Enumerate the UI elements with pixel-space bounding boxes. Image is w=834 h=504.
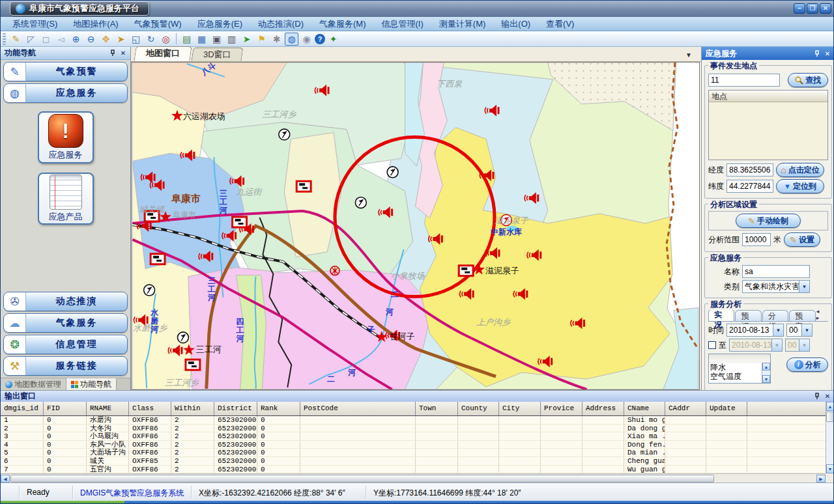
select-pointer-icon[interactable]: ◅ <box>54 33 68 46</box>
click-locate-button[interactable]: ⌂ 点击定位 <box>776 163 824 177</box>
measure-ruler-icon[interactable]: ✎ <box>9 33 23 46</box>
eye-icon[interactable]: ◉ <box>300 33 313 46</box>
flag-marker-icon[interactable] <box>233 217 247 227</box>
weather-station-icon[interactable] <box>387 167 398 178</box>
menu-item[interactable]: 气象预警(W) <box>126 17 190 31</box>
table-row[interactable]: 60城关OXFF8526523020000Cheng guan <box>1 457 826 466</box>
column-header[interactable]: City <box>499 402 541 415</box>
menu-item[interactable]: 信息管理(I) <box>374 17 431 31</box>
tab-map-data-management[interactable]: 地图数据管理 <box>1 378 66 390</box>
vertical-scrollbar[interactable]: ▲ ▼ <box>826 402 834 473</box>
column-header[interactable]: Within <box>171 402 214 415</box>
horizontal-scrollbar[interactable]: ◀ ▶ <box>1 473 826 483</box>
globe-service-icon[interactable]: ◍ <box>285 33 298 46</box>
analysis-tab-1[interactable]: 实况 <box>708 309 734 321</box>
nav-service-link[interactable]: ⚒服务链接 <box>3 356 128 376</box>
refresh-window-icon[interactable]: ↻ <box>144 33 158 46</box>
analysis-tab-4[interactable]: 预案 <box>789 310 815 321</box>
column-header[interactable]: Update <box>706 402 747 415</box>
zoom-in-icon[interactable]: ⊕ <box>69 33 83 46</box>
table-row[interactable]: 40东风一小队OXFF8626523020000Dong fen... <box>1 441 826 449</box>
column-header[interactable]: Town <box>416 402 458 415</box>
combo-dropdown-icon[interactable] <box>799 281 809 292</box>
list-item[interactable]: 空气温度 <box>709 372 770 381</box>
select-remove-icon[interactable]: ◻ <box>39 33 53 46</box>
print-preview-icon[interactable]: ▥ <box>225 33 238 46</box>
tab-map-window[interactable]: 地图窗口 <box>134 46 192 61</box>
column-header[interactable]: CName <box>624 402 665 415</box>
pin-icon[interactable] <box>812 392 822 400</box>
table-row[interactable]: 10水磨沟OXFF8626523020000Shui mo gou <box>1 416 826 425</box>
analysis-tab-2[interactable]: 预报 <box>735 310 761 321</box>
column-header[interactable]: Address <box>582 402 624 415</box>
flag-marker-icon[interactable] <box>151 254 165 264</box>
column-header[interactable]: RNAME <box>87 402 129 415</box>
date2-combo[interactable]: 2010-08-13 <box>729 339 783 352</box>
column-header[interactable]: dmgis_id <box>1 402 44 415</box>
pan-hand-icon[interactable]: ✥ <box>99 33 113 46</box>
hour-combo[interactable]: 00 <box>786 324 812 337</box>
weather-station-icon[interactable] <box>279 129 290 140</box>
column-header[interactable]: Provice <box>541 402 582 415</box>
export-tree-icon[interactable]: ✦ <box>326 33 340 46</box>
pointer-arrow-icon[interactable]: ➤ <box>114 33 128 46</box>
tab-function-nav[interactable]: 功能导航 <box>66 378 117 390</box>
nav-info-management[interactable]: ❂信息管理 <box>3 335 128 354</box>
table-row[interactable]: 70五官沟OXFF8626523020000Wu guan gou <box>1 466 826 473</box>
export-map-icon[interactable]: ▦ <box>195 33 208 46</box>
zoom-out-icon[interactable]: ⊖ <box>84 33 98 46</box>
latitude-input[interactable] <box>726 180 773 193</box>
tab-list-dropdown-icon[interactable]: ▼ <box>685 51 692 59</box>
nav-dynamic-deduction[interactable]: ✇动态推演 <box>3 292 128 311</box>
date-combo[interactable]: 2010-08-13 <box>726 324 784 337</box>
green-arrow-icon[interactable]: ➤ <box>240 33 253 46</box>
menu-item[interactable]: 系统管理(S) <box>5 17 65 31</box>
emergency-service-button[interactable]: !应急服务 <box>38 111 94 163</box>
weather-station-icon[interactable] <box>355 197 366 208</box>
element-list[interactable]: 降水空气温度 ▲▼ <box>708 354 771 384</box>
longitude-input[interactable] <box>726 163 773 176</box>
close-button[interactable]: ✕ <box>820 3 831 14</box>
service-name-input[interactable] <box>742 265 810 278</box>
flag-marker-icon[interactable] <box>296 181 311 191</box>
analysis-tab-3[interactable]: 分析 <box>762 310 788 321</box>
menu-item[interactable]: 输出(O) <box>493 17 538 31</box>
range-input[interactable] <box>742 233 771 246</box>
nav-weather-warning[interactable]: ✎气象预警 <box>3 62 128 81</box>
column-header[interactable]: Class <box>129 402 171 415</box>
table-row[interactable]: 50大面场子沟OXFF8626523020000Da mian ... <box>1 449 826 457</box>
table-row[interactable]: 20大冬沟OXFF8626523020000Da dong gou <box>1 425 826 433</box>
location-search-input[interactable] <box>708 74 780 87</box>
select-marquee-icon[interactable]: ◸ <box>24 33 38 46</box>
close-panel-icon[interactable]: ✕ <box>823 49 832 58</box>
tab-scroll-icons[interactable]: ◂ ▸ <box>816 308 828 321</box>
menu-item[interactable]: 查看(V) <box>538 17 582 31</box>
toolbar-grip[interactable] <box>3 33 6 45</box>
menu-item[interactable]: 气象服务(M) <box>311 17 374 31</box>
pin-icon[interactable] <box>812 49 822 58</box>
close-panel-icon[interactable]: ✕ <box>823 392 832 400</box>
pin-icon[interactable] <box>108 49 117 57</box>
column-header[interactable]: District <box>214 402 257 415</box>
place-pin-icon[interactable]: ⚑ <box>255 33 268 46</box>
weather-station-icon[interactable] <box>144 285 155 296</box>
full-extent-icon[interactable]: ◱ <box>129 33 143 46</box>
goto-locate-button[interactable]: ▼ 定位到 <box>776 179 824 193</box>
help-icon[interactable]: ? <box>315 34 325 44</box>
map-canvas[interactable]: 八斗六运湖农场三工河乡下西泉九运街阜康市城关镇阜康市小泉牧场滋泥泉子中新水库滋泥… <box>131 62 700 390</box>
emergency-product-button[interactable]: 应急产品 <box>38 173 94 225</box>
manual-draw-button[interactable]: ✎ 手动绘制 <box>736 214 801 228</box>
service-type-combo[interactable]: 气象和洪水灾害 <box>742 280 810 293</box>
column-header[interactable]: Rank <box>257 402 300 415</box>
settings-gear-icon[interactable]: ✱ <box>270 33 283 46</box>
set-range-button[interactable]: ✎ 设置 <box>784 232 820 247</box>
layers-icon[interactable]: ▤ <box>180 33 194 46</box>
flag-marker-icon[interactable] <box>186 359 200 370</box>
flag-marker-icon[interactable] <box>459 266 473 276</box>
menu-item[interactable]: 应急服务(E) <box>190 17 250 31</box>
identify-icon[interactable]: ◎ <box>159 33 173 46</box>
minimize-button[interactable]: – <box>794 3 805 14</box>
weather-station-icon[interactable] <box>177 332 188 343</box>
list-item[interactable]: 降水 <box>709 363 770 372</box>
menu-item[interactable]: 地图操作(A) <box>65 17 126 31</box>
